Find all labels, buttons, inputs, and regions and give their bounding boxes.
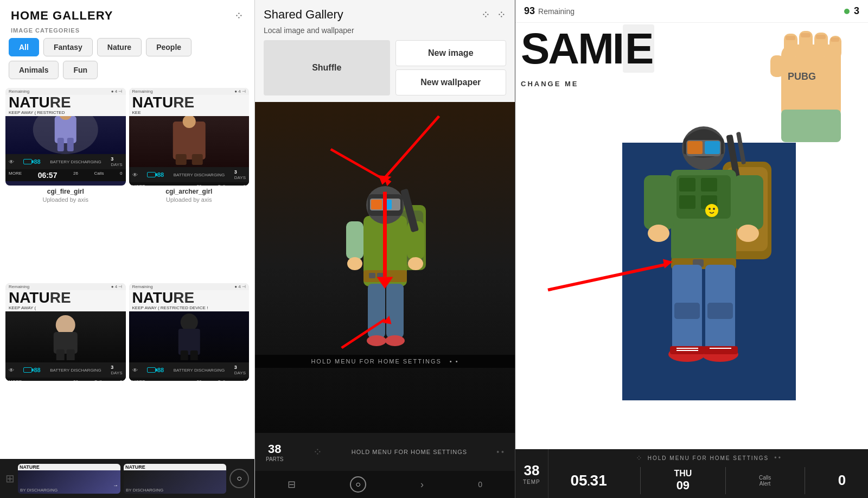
card-title-3: NATURE bbox=[5, 290, 126, 305]
card-time-1: MORE 06:57 26 Calls 0 bbox=[5, 169, 126, 181]
p3-more-dots: • • bbox=[774, 454, 781, 462]
new-image-button[interactable]: New image bbox=[395, 40, 507, 66]
online-dot bbox=[844, 9, 850, 14]
panel-pubg-preview: 93 Remaining 3 SAMIE CHANGE ME bbox=[515, 0, 868, 498]
battery-icon-3 bbox=[23, 367, 32, 373]
svg-point-88 bbox=[648, 225, 669, 242]
shuffle-button[interactable]: Shuffle bbox=[264, 40, 390, 95]
panel3-main: SAMIE CHANGE ME PUBG bbox=[515, 23, 868, 449]
gallery-label-2: cgi_archer_girl bbox=[129, 186, 250, 196]
svg-point-27 bbox=[347, 257, 362, 270]
svg-rect-66 bbox=[679, 178, 695, 191]
p3-time: 05.31 bbox=[570, 472, 607, 489]
svg-point-28 bbox=[408, 257, 423, 270]
svg-rect-50 bbox=[770, 55, 784, 77]
p3-hold-row: ⁘ HOLD MENU FOR HOME SETTINGS • • bbox=[548, 451, 868, 465]
bottom-thumb-2[interactable]: NATURE BY DISCHARGING bbox=[124, 464, 226, 494]
gallery-card-4[interactable]: Remaining ● 4 ⊣ NATURE KEEP AWAY ( RESTR… bbox=[129, 283, 250, 381]
cat-btn-all[interactable]: All bbox=[9, 38, 39, 56]
mag-title: SAMIE bbox=[521, 27, 654, 71]
grid-icon[interactable]: ⊞ bbox=[5, 472, 15, 485]
remaining-display: 93 Remaining bbox=[524, 5, 575, 17]
p3-divider-2 bbox=[725, 467, 726, 494]
battery-icon-1 bbox=[23, 159, 32, 164]
panel2-action-buttons: Shuffle New image New wallpaper bbox=[264, 40, 506, 95]
new-wallpaper-button[interactable]: New wallpaper bbox=[395, 69, 507, 95]
categories-label: IMAGE CATEGORIES bbox=[0, 25, 254, 38]
panel2-bottom-more-dots: • • bbox=[496, 448, 504, 456]
panel2-hold-menu: HOLD MENU FOR HOME SETTINGS • • bbox=[255, 355, 515, 368]
gallery-card-1[interactable]: Remaining ● 4 ⊣ NATURE KEEP AWAY ( RESTR… bbox=[5, 88, 126, 186]
card-time-4: MORE 06:57 26 Calls 0 bbox=[129, 378, 250, 381]
card-footer-1: 👁 88 BATTERY DISCHARGING 3DAYS bbox=[5, 154, 126, 169]
pubg-fist-area: PUBG bbox=[749, 23, 868, 142]
panel2-menu-icon-1[interactable]: ⁘ bbox=[481, 8, 490, 21]
nav-back-icon[interactable]: › bbox=[420, 479, 424, 490]
gallery-sublabel-1: Uploaded by axis bbox=[5, 196, 126, 205]
remaining-num: 93 bbox=[524, 5, 535, 17]
bottom-thumb-1[interactable]: NATURE BY DISCHARGING → bbox=[18, 464, 120, 494]
nav-menu-icon[interactable]: ⊟ bbox=[288, 478, 296, 490]
svg-rect-74 bbox=[674, 303, 700, 319]
card-title-2: NATURE bbox=[129, 95, 250, 110]
panel1-title: HOME GALLERY bbox=[11, 9, 113, 23]
gallery-item-1[interactable]: Remaining ● 4 ⊣ NATURE KEEP AWAY ( RESTR… bbox=[5, 88, 126, 280]
nav-home-button[interactable]: ○ bbox=[229, 469, 249, 488]
svg-rect-8 bbox=[192, 154, 202, 165]
cat-btn-fun[interactable]: Fun bbox=[63, 61, 98, 79]
svg-rect-12 bbox=[67, 349, 75, 360]
remaining-label: Remaining bbox=[538, 7, 575, 16]
svg-rect-34 bbox=[369, 273, 375, 278]
panel2-stat-label: PARTS bbox=[266, 456, 283, 462]
gallery-item-3[interactable]: Remaining ● 4 ⊣ NATURE KEEP AWAY ( 👁 bbox=[5, 283, 126, 456]
p3-divider-3 bbox=[805, 467, 805, 494]
p3-calls-label: Calls bbox=[759, 475, 771, 481]
card-restricted-4: KEEP AWAY ( RESTRICTED DEVICE ! bbox=[129, 305, 250, 311]
svg-rect-15 bbox=[180, 350, 188, 360]
card-restricted-3: KEEP AWAY ( bbox=[5, 305, 126, 311]
gallery-item-4[interactable]: Remaining ● 4 ⊣ NATURE KEEP AWAY ( RESTR… bbox=[129, 283, 250, 456]
svg-rect-7 bbox=[175, 154, 186, 165]
card-footer-3: 👁 88 BATTERY DISCHARGING 3DAYS bbox=[5, 362, 126, 378]
panel2-main-image: HOLD MENU FOR HOME SETTINGS • • bbox=[255, 102, 515, 433]
cat-btn-fantasy[interactable]: Fantasy bbox=[43, 38, 93, 56]
svg-rect-52 bbox=[781, 110, 841, 142]
p3-hold-text: HOLD MENU FOR HOME SETTINGS bbox=[646, 453, 771, 463]
p3-temp-num: 38 bbox=[524, 462, 539, 479]
card-footer-4: 👁 88 BATTERY DISCHARGING 3DAYS bbox=[129, 362, 250, 378]
svg-point-91 bbox=[705, 204, 718, 217]
gallery-sublabel-2: Uploaded by axis bbox=[129, 196, 250, 205]
cat-btn-animals[interactable]: Animals bbox=[9, 61, 59, 79]
battery-icon-2 bbox=[147, 172, 156, 177]
panel1-menu-icon[interactable]: ⁘ bbox=[234, 9, 244, 22]
svg-rect-29 bbox=[368, 284, 385, 338]
card-title-4: NATURE bbox=[129, 290, 250, 305]
p3-divider-1 bbox=[640, 467, 641, 494]
svg-point-92 bbox=[709, 208, 711, 210]
p3-time-box: 05.31 bbox=[570, 472, 607, 489]
gallery-card-3[interactable]: Remaining ● 4 ⊣ NATURE KEEP AWAY ( 👁 bbox=[5, 283, 126, 381]
panel2-bottom-dots[interactable]: ⁘ bbox=[313, 445, 322, 458]
gallery-item-2[interactable]: Remaining ● 4 ⊣ NATURE KEE 👁 bbox=[129, 88, 250, 280]
svg-rect-79 bbox=[703, 346, 738, 354]
header-right: 3 bbox=[844, 5, 859, 17]
p3-date-day: THU bbox=[674, 469, 692, 478]
cat-btn-people[interactable]: People bbox=[146, 38, 192, 56]
panel-shared-gallery: Shared Gallery ⁘ ⁘ Local image and wallp… bbox=[255, 0, 515, 498]
svg-rect-24 bbox=[383, 200, 392, 209]
svg-rect-85 bbox=[687, 141, 703, 154]
svg-point-93 bbox=[713, 208, 715, 210]
svg-rect-54 bbox=[801, 33, 810, 37]
gallery-grid: Remaining ● 4 ⊣ NATURE KEEP AWAY ( RESTR… bbox=[0, 85, 254, 459]
panel3-header: 93 Remaining 3 bbox=[515, 0, 868, 23]
gallery-card-2[interactable]: Remaining ● 4 ⊣ NATURE KEE 👁 bbox=[129, 88, 250, 186]
card-footer-2: 👁 88 BATTERY DISCHARGING 3DAYS bbox=[129, 167, 250, 182]
svg-rect-68 bbox=[679, 195, 695, 209]
nav-home-icon-2[interactable]: ○ bbox=[350, 476, 366, 493]
panel2-menu-icon-2[interactable]: ⁘ bbox=[497, 8, 506, 21]
category-buttons: All Fantasy Nature People Animals Fun bbox=[0, 38, 254, 85]
card-time-3: MORE 06:57 26 Calls 0 bbox=[5, 378, 126, 381]
svg-rect-25 bbox=[346, 221, 363, 259]
cat-btn-nature[interactable]: Nature bbox=[97, 38, 142, 56]
panel1-header: HOME GALLERY ⁘ bbox=[0, 0, 254, 25]
